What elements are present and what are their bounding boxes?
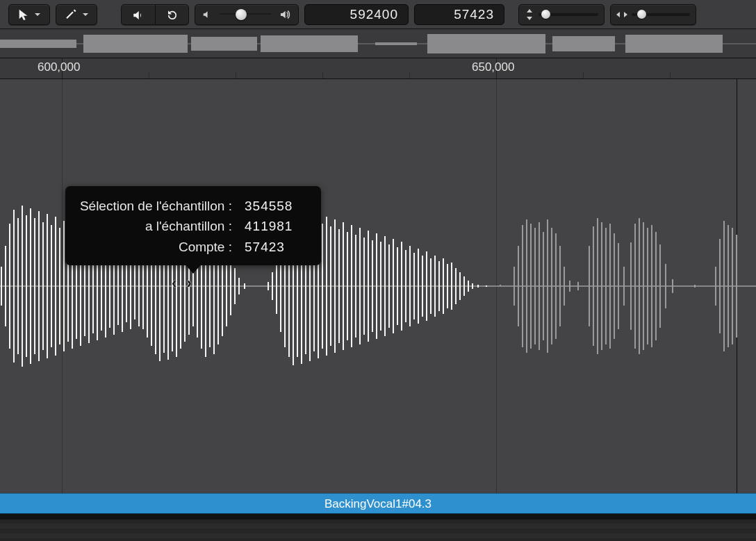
ruler-tick-label: 650,000 — [472, 60, 514, 74]
tooltip-row: Compte : 57423 — [78, 237, 309, 257]
waveform-overview[interactable] — [0, 29, 756, 58]
svg-rect-1 — [0, 40, 76, 48]
volume-track[interactable] — [219, 13, 272, 16]
ruler-tick-label: 600,000 — [38, 60, 80, 74]
svg-rect-8 — [625, 35, 723, 53]
horizontal-zoom-slider[interactable] — [610, 4, 696, 25]
tooltip-row: Sélection de l'échantillon : 354558 — [78, 196, 309, 216]
vzoom-icon — [525, 9, 534, 20]
hzoom-icon — [616, 10, 627, 19]
preview-button[interactable] — [122, 5, 155, 25]
playback-segment — [121, 4, 189, 25]
chevron-down-icon — [34, 11, 41, 18]
tooltip-value: 354558 — [245, 196, 309, 216]
toolbar: 592400 57423 — [0, 0, 756, 29]
volume-slider[interactable] — [195, 4, 299, 25]
svg-rect-3 — [191, 37, 257, 51]
svg-rect-2 — [83, 35, 188, 53]
region-name-label: BackingVocal1#04.3 — [324, 497, 432, 510]
length-display[interactable]: 57423 — [414, 4, 504, 25]
pencil-tool-button[interactable] — [56, 4, 97, 25]
chevron-down-icon — [82, 11, 89, 18]
tooltip-value: 57423 — [245, 237, 309, 257]
svg-rect-5 — [375, 42, 417, 45]
tooltip-tail — [185, 264, 202, 274]
waveform-editor[interactable]: Sélection de l'échantillon : 354558 a l'… — [0, 79, 756, 493]
resize-cursor-icon: ‹ › — [172, 274, 195, 292]
cycle-button[interactable] — [155, 5, 188, 25]
pencil-icon — [64, 8, 78, 21]
tooltip-label: Compte : — [78, 237, 232, 257]
volume-thumb[interactable] — [236, 9, 247, 20]
horizontal-scrollbar[interactable] — [0, 514, 756, 541]
cycle-icon — [165, 9, 180, 22]
selection-tooltip: Sélection de l'échantillon : 354558 a l'… — [65, 186, 321, 265]
tooltip-label: Sélection de l'échantillon : — [78, 196, 232, 216]
speaker-icon — [131, 9, 146, 22]
speaker-high-icon — [279, 9, 291, 20]
vertical-zoom-slider[interactable] — [518, 4, 605, 25]
svg-rect-7 — [552, 36, 615, 51]
pointer-icon — [17, 8, 30, 21]
waveform-canvas — [0, 79, 756, 493]
tooltip-label: a l'échantillon : — [78, 216, 232, 236]
region-name-bar[interactable]: BackingVocal1#04.3 — [0, 493, 756, 514]
time-ruler[interactable]: 600,000 650,000 — [0, 58, 756, 79]
position-display[interactable]: 592400 — [304, 4, 409, 25]
pointer-tool-button[interactable] — [8, 4, 50, 25]
tooltip-value: 411981 — [245, 216, 309, 236]
svg-rect-4 — [261, 35, 358, 52]
tooltip-row: a l'échantillon : 411981 — [78, 216, 309, 236]
speaker-low-icon — [202, 10, 212, 19]
svg-rect-6 — [427, 34, 545, 53]
